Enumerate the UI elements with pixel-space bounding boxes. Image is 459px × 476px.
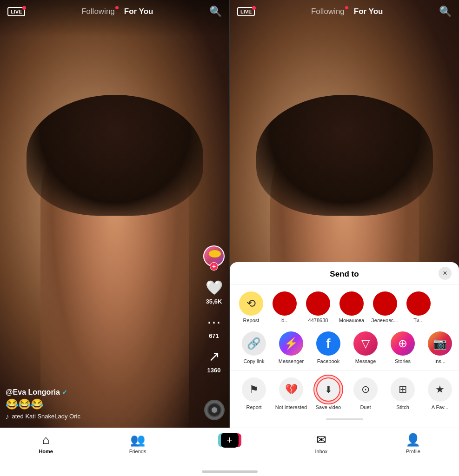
left-video-header: LIVE Following For You 🔍 xyxy=(0,0,229,23)
messenger-icon: ⚡ xyxy=(279,331,303,356)
music-info[interactable]: ♪ ated Kati SnakeLady Oric xyxy=(6,412,201,420)
duet-icon: ⊙ xyxy=(353,377,378,402)
instagram-label: Ins... xyxy=(434,358,446,364)
home-icon: ⌂ xyxy=(42,433,50,447)
right-video-panel: LIVE Following For You 🔍 + 🤍 xyxy=(230,0,459,428)
stories-item[interactable]: ⊕ Stories xyxy=(386,331,419,364)
right-live-badge[interactable]: LIVE xyxy=(237,7,255,16)
music-text: ated Kati SnakeLady Oric xyxy=(12,413,80,420)
right-notification-dot xyxy=(345,6,348,9)
nav-profile[interactable]: 👤 Profile xyxy=(367,433,459,454)
friend-item-3[interactable]: Монашова xyxy=(338,291,366,323)
stitch-item[interactable]: ⊞ Stitch xyxy=(386,377,419,410)
profile-label: Profile xyxy=(406,449,420,454)
report-label: Report xyxy=(246,404,261,410)
actions-row: ⚑ Report 💔 Not interested ⬇ Save video ⊙ xyxy=(230,371,459,416)
repost-avatar: ⟲ xyxy=(239,291,263,316)
friend-avatar-2 xyxy=(306,291,330,316)
inbox-label: Inbox xyxy=(315,449,327,454)
friends-row: ⟲ Repost id... 4478638 Монашова Зе xyxy=(230,285,459,330)
friends-label: Friends xyxy=(129,449,146,454)
side-actions: + 🤍 35,6K ⋯ 671 ↗ 1360 xyxy=(203,245,225,374)
add-fav-icon: ★ xyxy=(428,377,452,402)
instagram-icon: 📷 xyxy=(428,331,452,356)
apps-row: 🔗 Copy link ⚡ Messenger f Facebook ▽ Mes… xyxy=(230,330,459,371)
duet-item[interactable]: ⊙ Duet xyxy=(349,377,382,410)
notification-dot xyxy=(115,6,119,9)
video-bottom-info: @Eva Longoria ✓ 😂😂😂 ♪ ated Kati SnakeLad… xyxy=(6,388,201,420)
add-fav-label: A Fav... xyxy=(432,404,448,410)
friend-avatar-3 xyxy=(339,291,364,316)
creator-avatar-wrapper[interactable]: + xyxy=(203,245,225,267)
message-item[interactable]: ▽ Message xyxy=(349,331,382,364)
friend-name-2: 4478638 xyxy=(308,317,328,323)
save-video-item[interactable]: ⬇ Save video xyxy=(312,377,345,410)
drag-indicator-wrapper xyxy=(230,416,459,420)
not-interested-label: Not interested xyxy=(275,404,307,410)
facebook-item[interactable]: f Facebook xyxy=(312,331,345,364)
close-button[interactable]: × xyxy=(439,267,452,280)
like-action[interactable]: 🤍 35,6K xyxy=(205,278,223,305)
facebook-label: Facebook xyxy=(317,358,339,364)
friend-avatar-4 xyxy=(373,291,397,316)
music-disc[interactable] xyxy=(204,400,225,420)
nav-home[interactable]: ⌂ Home xyxy=(0,433,92,454)
share-action[interactable]: ↗ 1360 xyxy=(205,347,223,374)
share-sheet-header: Send to × xyxy=(230,262,459,285)
caption-emojis: 😂😂😂 xyxy=(6,398,201,410)
copy-link-item[interactable]: 🔗 Copy link xyxy=(237,331,271,364)
copy-link-icon: 🔗 xyxy=(242,331,266,356)
save-video-icon: ⬇ xyxy=(316,377,340,402)
username[interactable]: @Eva Longoria ✓ xyxy=(6,388,201,397)
messenger-item[interactable]: ⚡ Messenger xyxy=(274,331,308,364)
friend-avatar-5 xyxy=(406,291,431,316)
follow-button[interactable]: + xyxy=(210,262,218,271)
home-indicator xyxy=(0,467,459,476)
create-icon: + xyxy=(221,433,239,448)
like-icon: 🤍 xyxy=(205,278,223,297)
friend-item-5[interactable]: Ти... xyxy=(405,291,432,323)
not-interested-icon: 💔 xyxy=(279,377,303,402)
repost-label: Repost xyxy=(243,317,259,323)
share-count: 1360 xyxy=(207,367,221,374)
following-tab[interactable]: Following xyxy=(81,7,115,16)
stitch-icon: ⊞ xyxy=(391,377,415,402)
add-fav-item[interactable]: ★ A Fav... xyxy=(423,377,457,410)
not-interested-item[interactable]: 💔 Not interested xyxy=(274,377,308,410)
repost-item[interactable]: ⟲ Repost xyxy=(237,291,265,323)
home-label: Home xyxy=(39,449,53,454)
save-video-label: Save video xyxy=(316,404,341,410)
bottom-nav: ⌂ Home 👥 Friends + ✉ Inbox 👤 Profile xyxy=(0,428,459,467)
foryou-tab[interactable]: For You xyxy=(124,7,153,16)
stories-icon: ⊕ xyxy=(391,331,415,356)
profile-icon: 👤 xyxy=(406,433,420,447)
friend-item-4[interactable]: Зеленовск... xyxy=(371,291,399,323)
friend-avatar-1 xyxy=(273,291,297,316)
right-following-tab[interactable]: Following xyxy=(311,7,345,16)
friend-item-1[interactable]: id... xyxy=(271,291,299,323)
like-count: 35,6K xyxy=(206,298,222,305)
friends-icon: 👥 xyxy=(130,433,145,447)
verified-icon: ✓ xyxy=(62,389,67,396)
message-icon: ▽ xyxy=(353,331,378,356)
search-icon[interactable]: 🔍 xyxy=(209,6,222,18)
right-header-nav: Following For You xyxy=(311,7,383,16)
report-item[interactable]: ⚑ Report xyxy=(237,377,271,410)
copy-link-label: Copy link xyxy=(243,358,264,364)
instagram-item[interactable]: 📷 Ins... xyxy=(423,331,457,364)
comment-action[interactable]: ⋯ 671 xyxy=(205,312,223,339)
nav-inbox[interactable]: ✉ Inbox xyxy=(275,433,367,454)
right-foryou-tab[interactable]: For You xyxy=(354,7,383,16)
nav-friends[interactable]: 👥 Friends xyxy=(92,433,183,454)
messenger-label: Messenger xyxy=(279,358,304,364)
share-sheet-title: Send to xyxy=(330,270,359,279)
duet-label: Duet xyxy=(360,404,371,410)
right-video-header: LIVE Following For You 🔍 xyxy=(230,0,459,23)
friend-name-1: id... xyxy=(280,317,289,323)
inbox-icon: ✉ xyxy=(316,433,326,447)
right-search-icon[interactable]: 🔍 xyxy=(439,6,452,18)
friend-name-3: Монашова xyxy=(339,317,364,323)
live-badge[interactable]: LIVE xyxy=(7,7,25,16)
friend-item-2[interactable]: 4478638 xyxy=(304,291,332,323)
nav-create[interactable]: + xyxy=(184,433,275,450)
